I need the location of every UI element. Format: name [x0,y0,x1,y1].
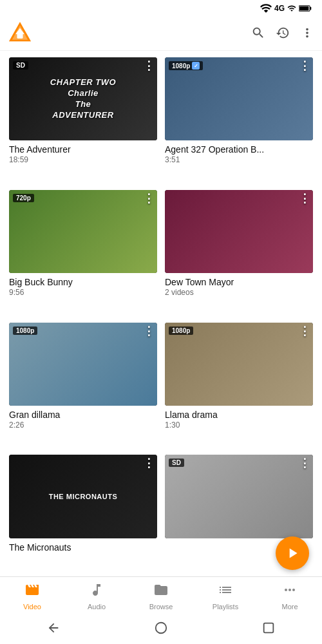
nav-label-browse: Browse [149,603,173,611]
nav-label-video: Video [23,603,41,611]
nav-item-more[interactable]: More [258,582,322,611]
video-title: Gran dillama [9,410,157,420]
video-card-llama[interactable]: 1080p ⋮ Llama drama 1:30 [161,319,317,451]
svg-rect-2 [299,6,308,10]
status-icons: 4G [260,4,312,13]
video-meta: 3:51 [165,155,313,164]
back-button[interactable] [46,621,61,638]
thumb-bg: CHAPTER TWOCharlieTheADVENTURER [9,57,157,140]
page-wrapper: 4G [0,0,322,644]
thumb-text: THE MICRONAUTS [46,491,120,502]
history-button[interactable] [276,26,290,40]
video-title: Dew Town Mayor [165,277,313,287]
check-icon: ✓ [192,62,200,70]
app-bar [0,15,322,51]
recents-button[interactable] [261,621,276,638]
thumb-bg [165,455,313,538]
video-more-icon[interactable]: ⋮ [143,193,155,204]
thumb-bg [9,190,157,273]
thumb-wrapper: THE MICRONAUTS ⋮ [9,455,157,538]
video-more-icon[interactable]: ⋮ [299,193,310,204]
thumb-text: CHAPTER TWOCharlieTheADVENTURER [48,76,118,122]
video-more-icon[interactable]: ⋮ [299,325,310,337]
video-more-icon[interactable]: ⋮ [299,457,310,469]
thumb-wrapper: 1080p✓ ⋮ [165,57,313,140]
signal-icon [287,4,296,13]
nav-icon-browse [153,582,169,601]
home-button[interactable] [154,621,168,638]
video-meta: 2:26 [9,421,157,430]
status-bar: 4G [0,0,322,15]
thumb-bg: THE MICRONAUTS [9,455,157,538]
video-title: Llama drama [165,410,313,420]
nav-icon-playlists [218,582,233,601]
quality-badge: 1080p✓ [169,61,203,70]
nav-item-browse[interactable]: Browse [129,582,193,611]
video-more-icon[interactable]: ⋮ [299,60,310,71]
svg-point-7 [156,623,167,634]
bottom-nav: Video Audio Browse Playlists More [0,576,322,614]
nav-icon-video [24,582,40,601]
thumb-bg [165,190,313,273]
video-card-bunny[interactable]: 720p ⋮ Big Buck Bunny 9:56 [5,186,161,319]
quality-badge: 1080p [169,327,193,335]
video-card-micronauts[interactable]: THE MICRONAUTS ⋮ The Micronauts [5,451,161,574]
search-button[interactable] [251,26,265,40]
video-more-icon[interactable]: ⋮ [143,325,155,337]
video-meta: 2 videos [165,288,313,297]
video-meta: 1:30 [165,421,313,430]
play-fab[interactable] [276,536,309,570]
video-title: Big Buck Bunny [9,277,157,287]
thumb-wrapper: ⋮ [165,190,313,273]
thumb-bg [9,323,157,406]
nav-icon-audio [89,582,104,601]
thumb-wrapper: 1080p ⋮ [165,323,313,406]
wifi-icon [260,4,272,13]
video-more-icon[interactable]: ⋮ [143,457,155,469]
nav-item-audio[interactable]: Audio [64,582,129,611]
thumb-wrapper: 720p ⋮ [9,190,157,273]
svg-rect-8 [263,623,273,633]
system-nav [0,614,322,644]
vlc-logo [8,21,32,45]
video-card-agent[interactable]: 1080p✓ ⋮ Agent 327 Operation B... 3:51 [161,53,317,186]
video-title: The Micronauts [9,542,157,553]
video-meta: 18:59 [9,155,157,164]
quality-badge: SD [13,61,28,70]
thumb-bg [165,323,313,406]
nav-label-more: More [281,603,298,611]
video-meta: 9:56 [9,288,157,297]
video-more-icon[interactable]: ⋮ [143,60,155,71]
video-grid: CHAPTER TWOCharlieTheADVENTURER SD ⋮ The… [0,51,322,576]
quality-badge: 720p [13,194,34,202]
video-title: The Adventurer [9,144,157,155]
quality-badge: SD [169,459,184,467]
video-title: Agent 327 Operation B... [165,144,313,155]
video-card-adventurer[interactable]: CHAPTER TWOCharlieTheADVENTURER SD ⋮ The… [5,53,161,186]
nav-label-playlists: Playlists [213,603,238,611]
thumb-wrapper: SD ⋮ [165,455,313,538]
app-bar-actions [251,26,314,40]
nav-icon-more [282,582,298,601]
battery-icon [299,4,312,13]
nav-label-audio: Audio [88,603,106,611]
svg-rect-1 [310,7,311,10]
more-options-button[interactable] [300,26,314,40]
thumb-wrapper: 1080p ⋮ [9,323,157,406]
nav-item-video[interactable]: Video [0,582,64,611]
video-card-dewtown[interactable]: ⋮ Dew Town Mayor 2 videos [161,186,317,319]
video-card-gran[interactable]: 1080p ⋮ Gran dillama 2:26 [5,319,161,451]
network-label: 4G [274,4,285,13]
nav-item-playlists[interactable]: Playlists [193,582,258,611]
thumb-wrapper: CHAPTER TWOCharlieTheADVENTURER SD ⋮ [9,57,157,140]
quality-badge: 1080p [13,327,37,335]
